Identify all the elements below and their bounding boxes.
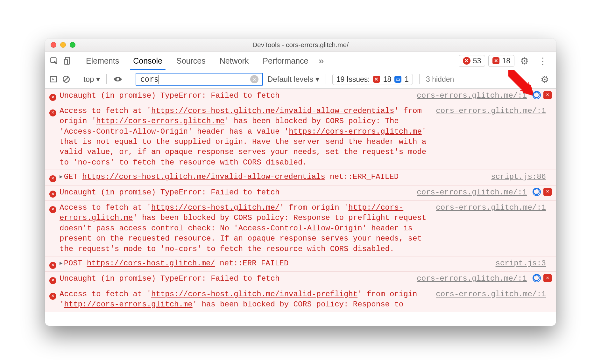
clear-console-icon[interactable] [62, 75, 70, 83]
issues-label: 19 Issues: [336, 75, 370, 84]
error-icon: ✕ [49, 191, 56, 198]
more-tabs-icon[interactable]: » [315, 55, 327, 66]
source-link[interactable]: cors-errors.glitch.me/:1 [429, 203, 548, 254]
http-method: GET [64, 172, 78, 181]
issue-icon[interactable]: ✕ [543, 91, 552, 99]
separator [419, 74, 420, 84]
titlebar: DevTools - cors-errors.glitch.me/ [45, 38, 556, 52]
refresh-icon[interactable] [533, 91, 541, 99]
separator [326, 74, 326, 84]
tab-sources[interactable]: Sources [169, 52, 213, 70]
source-link[interactable]: script.js:86 [484, 172, 548, 183]
issue-icon: ✕ [492, 57, 499, 64]
separator [77, 74, 77, 84]
refresh-icon[interactable] [533, 274, 541, 282]
close-button[interactable] [51, 42, 56, 48]
url-link[interactable]: https://cors-host.glitch.me/ [151, 203, 279, 212]
error-message: Access to fetch at 'https://cors-host.gl… [60, 290, 417, 309]
issue-icon[interactable]: ✕ [543, 188, 552, 196]
tab-console[interactable]: Console [126, 52, 169, 70]
error-message: Uncaught (in promise) TypeError: Failed … [60, 274, 279, 283]
zoom-button[interactable] [70, 42, 75, 48]
more-menu-icon[interactable]: ⋮ [534, 56, 551, 66]
sidebar-toggle-icon[interactable] [49, 75, 58, 83]
errors-pill[interactable]: ✕ 53 [459, 55, 485, 67]
error-icon: ✕ [49, 277, 56, 284]
issues-summary[interactable]: 19 Issues: ✕ 18 ▭ 1 [332, 74, 413, 85]
error-message: Uncaught (in promise) TypeError: Failed … [60, 188, 279, 197]
net-error: net::ERR_FAILED [220, 259, 288, 268]
console-row: ✕ Access to fetch at 'https://cors-host.… [45, 287, 556, 312]
error-icon: ✕ [49, 175, 56, 182]
svg-rect-2 [64, 60, 67, 64]
console-toolbar: top ▾ cors ✕ Default levels ▾ 19 Issues:… [45, 70, 556, 89]
devtools-window: DevTools - cors-errors.glitch.me/ Elemen… [45, 38, 556, 326]
error-icon: ✕ [49, 94, 56, 101]
url-link[interactable]: https://cors-host.glitch.me/invalid-allo… [82, 172, 325, 181]
filter-input[interactable]: cors ✕ [136, 73, 263, 86]
url-link[interactable]: https://cors-host.glitch.me/invalid-allo… [151, 107, 394, 115]
issues-pill[interactable]: ✕ 18 [488, 55, 514, 67]
url-link[interactable]: http://cors-errors.glitch.me [96, 117, 224, 125]
settings-icon[interactable]: ⚙ [518, 55, 531, 66]
error-icon: ✕ [463, 57, 470, 65]
svg-point-6 [117, 78, 119, 80]
url-link[interactable]: https://cors-errors.glitch.me [289, 127, 422, 136]
console-row: ✕ Access to fetch at 'https://cors-host.… [45, 104, 556, 170]
console-output: ✕ Uncaught (in promise) TypeError: Faile… [45, 89, 556, 326]
text-cursor [159, 75, 159, 84]
error-icon: ✕ [49, 109, 56, 116]
url-link[interactable]: https://cors-host.glitch.me/invalid-pref… [151, 290, 357, 298]
issues-err-count: 18 [383, 75, 392, 84]
source-link[interactable]: cors-errors.glitch.me/:1 [410, 91, 529, 102]
hidden-messages[interactable]: 3 hidden [426, 75, 454, 84]
url-link[interactable]: https://cors-host.glitch.me/ [87, 259, 215, 268]
issues-count: 18 [502, 57, 510, 65]
context-selector[interactable]: top ▾ [83, 75, 100, 84]
window-title: DevTools - cors-errors.glitch.me/ [45, 41, 556, 49]
separator [129, 74, 129, 84]
device-toolbar-icon[interactable] [61, 57, 75, 65]
url-link[interactable]: http://cors-errors.glitch.me [64, 300, 192, 309]
select-element-icon[interactable] [47, 57, 61, 65]
source-link[interactable]: cors-errors.glitch.me/:1 [429, 106, 548, 168]
log-level-selector[interactable]: Default levels ▾ [267, 75, 319, 84]
refresh-icon[interactable] [533, 188, 541, 196]
issue-icon[interactable]: ✕ [543, 274, 552, 282]
error-message: Access to fetch at 'https://cors-host.gl… [60, 203, 426, 253]
svg-rect-0 [51, 58, 56, 62]
console-row: ✕ ▶POST https://cors-host.glitch.me/ net… [45, 256, 556, 272]
source-link[interactable]: cors-errors.glitch.me/:1 [410, 274, 529, 285]
error-icon: ✕ [49, 206, 56, 213]
console-row: ✕ Access to fetch at 'https://cors-host.… [45, 201, 556, 256]
console-row: ✕ ▶GET https://cors-host.glitch.me/inval… [45, 170, 556, 185]
error-icon: ✕ [49, 262, 56, 269]
console-row: ✕ Uncaught (in promise) TypeError: Faile… [45, 186, 556, 201]
source-link[interactable]: cors-errors.glitch.me/:1 [410, 187, 529, 199]
error-message: Access to fetch at 'https://cors-host.gl… [60, 107, 426, 167]
separator [106, 74, 107, 84]
issue-error-icon: ✕ [373, 76, 380, 83]
issue-info-icon: ▭ [394, 76, 401, 83]
filter-value: cors [140, 75, 159, 84]
expand-icon[interactable]: ▶ [60, 261, 63, 266]
net-error: net::ERR_FAILED [330, 172, 399, 181]
minimize-button[interactable] [60, 42, 66, 48]
tab-elements[interactable]: Elements [79, 52, 126, 70]
devtools-tabbar: Elements Console Sources Network Perform… [45, 52, 556, 70]
tab-network[interactable]: Network [213, 52, 256, 70]
console-row: ✕ Uncaught (in promise) TypeError: Faile… [45, 272, 556, 287]
source-link[interactable]: script.js:3 [489, 258, 548, 270]
console-settings-icon[interactable]: ⚙ [538, 74, 552, 85]
http-method: POST [64, 259, 82, 268]
error-message: Uncaught (in promise) TypeError: Failed … [60, 91, 279, 100]
traffic-lights [45, 42, 75, 48]
live-expression-icon[interactable] [113, 76, 123, 82]
source-link[interactable]: cors-errors.glitch.me/:1 [429, 289, 548, 310]
expand-icon[interactable]: ▶ [60, 174, 63, 180]
clear-filter-icon[interactable]: ✕ [250, 75, 258, 83]
tab-performance[interactable]: Performance [256, 52, 315, 70]
svg-line-5 [64, 77, 68, 81]
error-icon: ✕ [49, 293, 56, 300]
separator [77, 56, 77, 66]
